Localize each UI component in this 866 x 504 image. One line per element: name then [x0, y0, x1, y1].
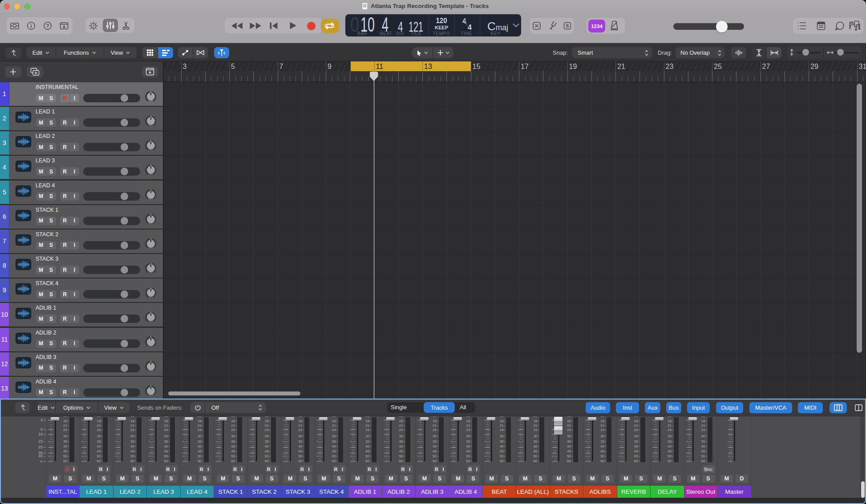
svg-text:BEAT: BEAT [380, 31, 392, 36]
svg-text:?: ? [46, 23, 49, 28]
svg-text:S: S [566, 23, 569, 28]
svg-text:DIV: DIV [396, 31, 404, 36]
svg-text:TEMPO: TEMPO [433, 31, 450, 36]
svg-text:4: 4 [468, 24, 472, 31]
svg-text:KEEP: KEEP [435, 25, 448, 30]
svg-text:BAR: BAR [357, 31, 367, 36]
svg-text:TIME: TIME [461, 31, 472, 36]
svg-text:TICK: TICK [410, 31, 421, 36]
svg-text:120: 120 [436, 17, 447, 24]
svg-text:KEY: KEY [491, 31, 501, 36]
